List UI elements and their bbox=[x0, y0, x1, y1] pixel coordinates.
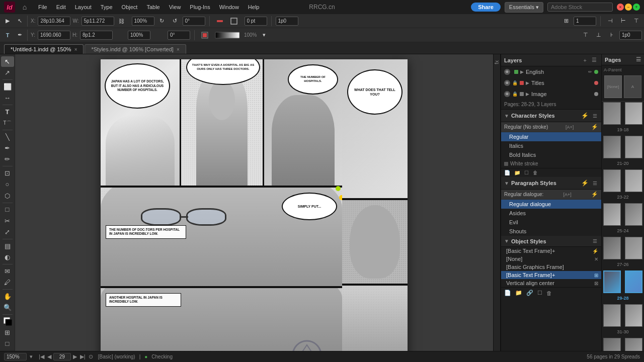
para-style-asides[interactable]: Asides bbox=[501, 209, 601, 218]
char-styles-new-btn[interactable]: ⚡ bbox=[580, 112, 590, 120]
gradient-btn[interactable] bbox=[213, 30, 242, 41]
scissors-tool[interactable]: ✂ bbox=[1, 215, 14, 226]
menu-view[interactable]: View bbox=[165, 3, 185, 12]
page-thumb-20[interactable] bbox=[625, 136, 642, 158]
page-thumb-28[interactable] bbox=[625, 270, 642, 293]
char-styles-menu-btn[interactable]: ☰ bbox=[592, 113, 598, 119]
spread-33-32[interactable] bbox=[602, 337, 644, 351]
polygon-frame-tool[interactable]: ⬡ bbox=[1, 190, 14, 201]
menu-edit[interactable]: Edit bbox=[52, 3, 70, 12]
zoom-input[interactable] bbox=[4, 353, 27, 360]
scale-y-field[interactable] bbox=[128, 31, 150, 40]
spread-19-18[interactable] bbox=[602, 102, 644, 125]
page-thumb-22[interactable] bbox=[625, 169, 642, 192]
layers-add-btn[interactable]: + bbox=[582, 57, 588, 64]
stroke-weight-field[interactable] bbox=[245, 17, 267, 26]
gradient-feather-tool[interactable]: ◐ bbox=[1, 252, 14, 262]
rectangle-frame-tool[interactable]: ⊡ bbox=[1, 168, 14, 178]
preflight-icon[interactable]: ● bbox=[144, 354, 147, 359]
obj-styles-clear[interactable]: ☐ bbox=[536, 289, 543, 297]
home-icon[interactable]: ⌂ bbox=[19, 2, 30, 13]
obj-styles-folder[interactable]: 📁 bbox=[514, 289, 523, 297]
next-page-btn[interactable]: ▶ bbox=[72, 353, 78, 360]
type-tool[interactable]: T bbox=[2, 30, 13, 41]
page-thumb-30[interactable] bbox=[625, 304, 642, 327]
layer-image-expand[interactable]: ▶ bbox=[526, 92, 529, 97]
stroke-val1[interactable] bbox=[276, 17, 298, 26]
fill-color-swatch[interactable] bbox=[1, 316, 14, 327]
page-thumb-19[interactable] bbox=[603, 102, 621, 125]
direct-selection-tool[interactable]: ↗ bbox=[1, 67, 14, 78]
para-style-regular-dialogue-header[interactable]: Regular dialogue: [A+] ⚡ bbox=[501, 190, 601, 200]
layers-menu-btn[interactable]: ☰ bbox=[590, 56, 598, 64]
layer-image-eye[interactable]: 👁 bbox=[504, 91, 510, 97]
gap-tool[interactable]: ↔ bbox=[1, 93, 14, 103]
stroke-val2[interactable] bbox=[574, 17, 596, 26]
type-on-path-tool[interactable]: T⌒ bbox=[1, 118, 14, 128]
obj-style-basic-text-active-icon[interactable]: ⊞ bbox=[594, 273, 598, 278]
select-tool[interactable]: ▶ bbox=[2, 16, 13, 27]
char-style-no-stroke[interactable]: Regular (No stroke) [A+] ⚡ bbox=[501, 122, 601, 132]
minimize-button[interactable]: − bbox=[625, 4, 632, 11]
tab-untitled[interactable]: *Untitled-1.indd @ 150% × bbox=[4, 44, 84, 54]
spread-29-28[interactable] bbox=[602, 270, 644, 294]
page-thumb-21[interactable] bbox=[603, 136, 621, 158]
spread-25-24[interactable] bbox=[602, 203, 644, 226]
spread-23-22[interactable] bbox=[602, 169, 644, 193]
a-parent-master-thumb[interactable]: A bbox=[624, 75, 641, 98]
view-mode-toggle[interactable]: ⊞ bbox=[1, 327, 14, 338]
x-field[interactable] bbox=[38, 17, 70, 26]
page-thumb-24[interactable] bbox=[625, 203, 642, 226]
obj-style-basic-graphics[interactable]: [Basic Graphics Frame] bbox=[501, 263, 601, 271]
tab-styles[interactable]: *Styles.indd @ 106% [Converted] × bbox=[85, 44, 186, 54]
menu-layout[interactable]: Layout bbox=[71, 3, 96, 12]
page-thumb-27[interactable] bbox=[603, 237, 621, 259]
obj-style-vertical-align[interactable]: Vertical align center ⊠ bbox=[501, 279, 601, 287]
zoom-tool[interactable]: 🔍 bbox=[1, 302, 14, 313]
stroke-val3[interactable] bbox=[619, 31, 642, 40]
essentials-button[interactable]: Essentials ▾ bbox=[505, 2, 543, 13]
fill-btn[interactable] bbox=[228, 16, 240, 27]
obj-styles-delete[interactable]: 🗑 bbox=[545, 289, 553, 297]
para-style-evil[interactable]: Evil bbox=[501, 218, 601, 227]
menu-object[interactable]: Object bbox=[118, 3, 142, 12]
para-style-regular-lightning[interactable]: ⚡ bbox=[591, 191, 598, 198]
selection-tool[interactable]: ↖ bbox=[1, 56, 14, 67]
layer-english-edit-icon[interactable]: ✏ bbox=[588, 69, 592, 74]
char-styles-collapse-icon[interactable]: ▼ bbox=[504, 113, 509, 119]
menu-help[interactable]: Help bbox=[244, 3, 264, 12]
page-number-input[interactable] bbox=[53, 353, 71, 360]
canvas-area[interactable]: JAPAN HAS A LOT OF DOCTORS, BUT IT ALSO … bbox=[15, 54, 493, 351]
nav-extra-btn[interactable]: ⊙ bbox=[88, 353, 94, 360]
scale-x-field[interactable] bbox=[132, 17, 154, 26]
first-page-btn[interactable]: |◀ bbox=[38, 353, 45, 360]
spread-31-30[interactable] bbox=[602, 304, 644, 327]
gradient-swatch-tool[interactable]: ▤ bbox=[1, 241, 14, 251]
char-style-group-white-stroke[interactable]: White stroke bbox=[501, 159, 601, 168]
note-tool[interactable]: ✉ bbox=[1, 266, 14, 277]
char-styles-delete-btn[interactable]: 🗑 bbox=[532, 169, 539, 176]
transform-toggle[interactable]: ⊞ bbox=[560, 16, 572, 27]
layer-titles-eye[interactable]: 👁 bbox=[504, 80, 510, 86]
hand-tool[interactable]: ✋ bbox=[1, 291, 14, 302]
layer-english-expand[interactable]: ▶ bbox=[520, 69, 524, 74]
tab-close-styles[interactable]: × bbox=[177, 47, 180, 52]
menu-table[interactable]: Table bbox=[142, 3, 164, 12]
type-tool-left[interactable]: T bbox=[1, 107, 14, 117]
lock-proportions[interactable]: ⛓ bbox=[116, 16, 127, 27]
char-styles-clear-btn[interactable]: ☐ bbox=[523, 169, 530, 176]
char-style-bold-italics[interactable]: Bold Italics bbox=[501, 150, 601, 159]
page-thumb-23[interactable] bbox=[603, 169, 621, 192]
layer-image-lock[interactable]: 🔒 bbox=[512, 92, 518, 97]
char-styles-folder-btn[interactable]: 📁 bbox=[513, 169, 521, 176]
stroke-options[interactable]: ▾ bbox=[259, 30, 270, 41]
obj-style-none-x[interactable]: ✕ bbox=[594, 256, 598, 262]
stroke-type-btn[interactable] bbox=[199, 30, 211, 41]
layer-image[interactable]: 👁 🔒 ▶ Image bbox=[501, 88, 601, 100]
layer-titles-lock[interactable]: 🔒 bbox=[512, 80, 518, 85]
spread-27-26[interactable] bbox=[602, 236, 644, 260]
obj-style-none[interactable]: [None] ✕ bbox=[501, 255, 601, 263]
align-bottom[interactable]: ⊦ bbox=[606, 30, 617, 41]
pen-tool[interactable]: ✒ bbox=[14, 30, 25, 41]
para-styles-menu-btn[interactable]: ☰ bbox=[592, 180, 598, 187]
